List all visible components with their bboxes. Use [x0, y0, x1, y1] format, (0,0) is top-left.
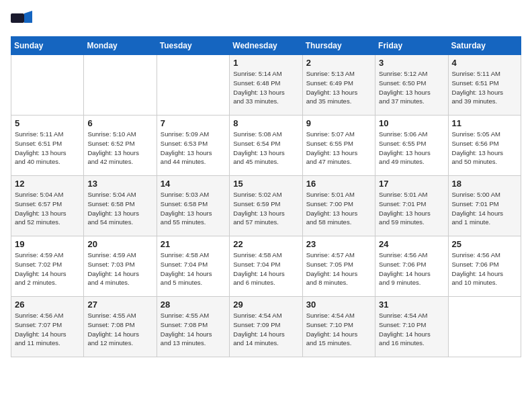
day-number: 3 — [379, 58, 444, 68]
day-info: Sunrise: 5:04 AM Sunset: 6:57 PM Dayligh… — [15, 190, 80, 227]
day-info: Sunrise: 4:58 AM Sunset: 7:04 PM Dayligh… — [161, 250, 226, 287]
day-number: 2 — [306, 58, 371, 68]
calendar-cell — [11, 55, 84, 116]
day-number: 27 — [87, 300, 152, 310]
calendar-cell — [84, 55, 157, 116]
calendar-cell: 8Sunrise: 5:08 AM Sunset: 6:54 PM Daylig… — [230, 116, 302, 176]
calendar-cell: 26Sunrise: 4:56 AM Sunset: 7:07 PM Dayli… — [11, 297, 84, 357]
day-number: 30 — [306, 300, 371, 310]
day-info: Sunrise: 5:00 AM Sunset: 7:01 PM Dayligh… — [452, 190, 517, 227]
calendar-cell: 28Sunrise: 4:55 AM Sunset: 7:08 PM Dayli… — [157, 297, 229, 357]
weekday-header-cell: Friday — [375, 37, 448, 55]
calendar-cell: 12Sunrise: 5:04 AM Sunset: 6:57 PM Dayli… — [11, 176, 84, 236]
calendar-cell — [157, 55, 229, 116]
day-number: 1 — [233, 58, 298, 68]
day-info: Sunrise: 4:59 AM Sunset: 7:03 PM Dayligh… — [87, 250, 152, 287]
day-number: 23 — [306, 239, 371, 249]
calendar-cell: 10Sunrise: 5:06 AM Sunset: 6:55 PM Dayli… — [375, 116, 448, 176]
calendar-cell: 31Sunrise: 4:54 AM Sunset: 7:10 PM Dayli… — [375, 297, 448, 357]
calendar-cell: 25Sunrise: 4:56 AM Sunset: 7:06 PM Dayli… — [448, 236, 521, 297]
calendar-cell: 24Sunrise: 4:56 AM Sunset: 7:06 PM Dayli… — [375, 236, 448, 297]
day-info: Sunrise: 5:11 AM Sunset: 6:51 PM Dayligh… — [15, 130, 80, 167]
calendar-cell — [448, 297, 521, 357]
weekday-header-cell: Sunday — [11, 37, 84, 55]
day-number: 9 — [306, 118, 371, 128]
calendar-week-row: 26Sunrise: 4:56 AM Sunset: 7:07 PM Dayli… — [11, 297, 521, 357]
calendar-cell: 30Sunrise: 4:54 AM Sunset: 7:10 PM Dayli… — [302, 297, 375, 357]
day-number: 15 — [233, 179, 298, 189]
page-header — [11, 11, 521, 30]
day-info: Sunrise: 5:02 AM Sunset: 6:59 PM Dayligh… — [233, 190, 298, 227]
day-info: Sunrise: 4:54 AM Sunset: 7:10 PM Dayligh… — [306, 311, 371, 348]
day-number: 12 — [15, 179, 80, 189]
weekday-header-cell: Tuesday — [157, 37, 229, 55]
calendar-cell: 19Sunrise: 4:59 AM Sunset: 7:02 PM Dayli… — [11, 236, 84, 297]
day-number: 31 — [379, 300, 444, 310]
day-info: Sunrise: 5:11 AM Sunset: 6:51 PM Dayligh… — [452, 69, 517, 106]
calendar-cell: 2Sunrise: 5:13 AM Sunset: 6:49 PM Daylig… — [302, 55, 375, 116]
calendar-cell: 20Sunrise: 4:59 AM Sunset: 7:03 PM Dayli… — [84, 236, 157, 297]
day-number: 11 — [452, 118, 517, 128]
calendar-cell: 27Sunrise: 4:55 AM Sunset: 7:08 PM Dayli… — [84, 297, 157, 357]
day-number: 18 — [452, 179, 517, 189]
day-info: Sunrise: 5:12 AM Sunset: 6:50 PM Dayligh… — [379, 69, 444, 106]
day-number: 16 — [306, 179, 371, 189]
day-number: 25 — [452, 239, 517, 249]
day-info: Sunrise: 5:07 AM Sunset: 6:55 PM Dayligh… — [306, 130, 371, 167]
calendar-cell: 9Sunrise: 5:07 AM Sunset: 6:55 PM Daylig… — [302, 116, 375, 176]
calendar-body: 1Sunrise: 5:14 AM Sunset: 6:48 PM Daylig… — [11, 55, 521, 357]
calendar-cell: 16Sunrise: 5:01 AM Sunset: 7:00 PM Dayli… — [302, 176, 375, 236]
day-number: 19 — [15, 239, 80, 249]
svg-rect-0 — [11, 13, 24, 23]
day-number: 13 — [87, 179, 152, 189]
day-info: Sunrise: 4:54 AM Sunset: 7:09 PM Dayligh… — [233, 311, 298, 348]
day-number: 21 — [161, 239, 226, 249]
day-info: Sunrise: 4:55 AM Sunset: 7:08 PM Dayligh… — [87, 311, 152, 348]
day-number: 6 — [87, 118, 152, 128]
day-info: Sunrise: 5:14 AM Sunset: 6:48 PM Dayligh… — [233, 69, 298, 106]
calendar-table: SundayMondayTuesdayWednesdayThursdayFrid… — [11, 36, 521, 357]
calendar-week-row: 5Sunrise: 5:11 AM Sunset: 6:51 PM Daylig… — [11, 116, 521, 176]
calendar-cell: 3Sunrise: 5:12 AM Sunset: 6:50 PM Daylig… — [375, 55, 448, 116]
day-info: Sunrise: 4:57 AM Sunset: 7:05 PM Dayligh… — [306, 250, 371, 287]
calendar-cell: 17Sunrise: 5:01 AM Sunset: 7:01 PM Dayli… — [375, 176, 448, 236]
calendar-cell: 11Sunrise: 5:05 AM Sunset: 6:56 PM Dayli… — [448, 116, 521, 176]
day-number: 10 — [379, 118, 444, 128]
day-info: Sunrise: 5:05 AM Sunset: 6:56 PM Dayligh… — [452, 130, 517, 167]
calendar-cell: 21Sunrise: 4:58 AM Sunset: 7:04 PM Dayli… — [157, 236, 229, 297]
calendar-week-row: 19Sunrise: 4:59 AM Sunset: 7:02 PM Dayli… — [11, 236, 521, 297]
day-info: Sunrise: 5:10 AM Sunset: 6:52 PM Dayligh… — [87, 130, 152, 167]
day-number: 7 — [161, 118, 226, 128]
day-info: Sunrise: 4:56 AM Sunset: 7:06 PM Dayligh… — [379, 250, 444, 287]
calendar-cell: 5Sunrise: 5:11 AM Sunset: 6:51 PM Daylig… — [11, 116, 84, 176]
day-number: 8 — [233, 118, 298, 128]
logo-icon — [11, 11, 32, 30]
day-info: Sunrise: 4:59 AM Sunset: 7:02 PM Dayligh… — [15, 250, 80, 287]
day-number: 24 — [379, 239, 444, 249]
day-info: Sunrise: 5:13 AM Sunset: 6:49 PM Dayligh… — [306, 69, 371, 106]
calendar-week-row: 1Sunrise: 5:14 AM Sunset: 6:48 PM Daylig… — [11, 55, 521, 116]
day-info: Sunrise: 5:06 AM Sunset: 6:55 PM Dayligh… — [379, 130, 444, 167]
day-info: Sunrise: 5:03 AM Sunset: 6:58 PM Dayligh… — [161, 190, 226, 227]
day-info: Sunrise: 4:58 AM Sunset: 7:04 PM Dayligh… — [233, 250, 298, 287]
calendar-cell: 29Sunrise: 4:54 AM Sunset: 7:09 PM Dayli… — [230, 297, 302, 357]
calendar-cell: 22Sunrise: 4:58 AM Sunset: 7:04 PM Dayli… — [230, 236, 302, 297]
day-number: 29 — [233, 300, 298, 310]
calendar-cell: 13Sunrise: 5:04 AM Sunset: 6:58 PM Dayli… — [84, 176, 157, 236]
logo — [11, 11, 35, 30]
weekday-header-cell: Monday — [84, 37, 157, 55]
day-number: 4 — [452, 58, 517, 68]
calendar-cell: 15Sunrise: 5:02 AM Sunset: 6:59 PM Dayli… — [230, 176, 302, 236]
calendar-cell: 4Sunrise: 5:11 AM Sunset: 6:51 PM Daylig… — [448, 55, 521, 116]
calendar-cell: 1Sunrise: 5:14 AM Sunset: 6:48 PM Daylig… — [230, 55, 302, 116]
svg-marker-1 — [24, 11, 32, 23]
calendar-cell: 18Sunrise: 5:00 AM Sunset: 7:01 PM Dayli… — [448, 176, 521, 236]
day-number: 17 — [379, 179, 444, 189]
calendar-cell: 23Sunrise: 4:57 AM Sunset: 7:05 PM Dayli… — [302, 236, 375, 297]
day-info: Sunrise: 4:56 AM Sunset: 7:06 PM Dayligh… — [452, 250, 517, 287]
day-number: 5 — [15, 118, 80, 128]
calendar-week-row: 12Sunrise: 5:04 AM Sunset: 6:57 PM Dayli… — [11, 176, 521, 236]
day-number: 26 — [15, 300, 80, 310]
weekday-header-row: SundayMondayTuesdayWednesdayThursdayFrid… — [11, 37, 521, 55]
day-info: Sunrise: 5:09 AM Sunset: 6:53 PM Dayligh… — [161, 130, 226, 167]
